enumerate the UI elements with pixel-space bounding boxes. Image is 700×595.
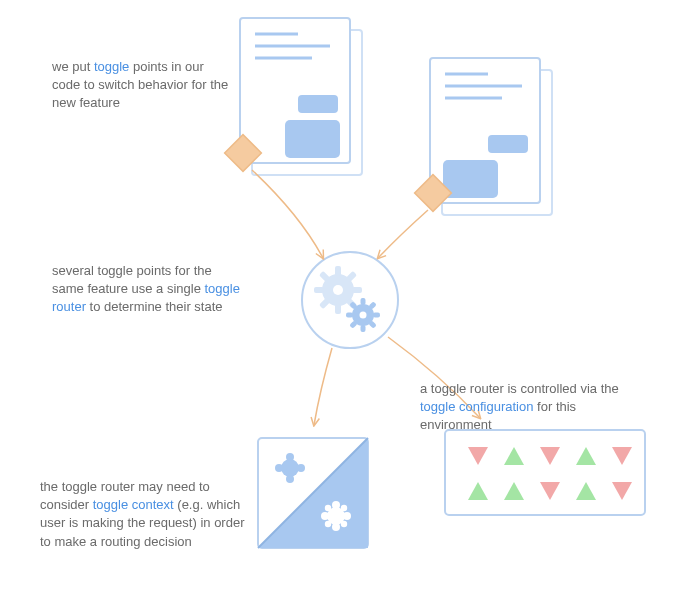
config-triangles-icon — [445, 430, 645, 515]
caption-toggle-configuration: a toggle router is controlled via the to… — [420, 380, 630, 435]
text-highlight: toggle context — [93, 497, 174, 512]
svg-point-52 — [341, 521, 347, 527]
svg-rect-31 — [373, 313, 380, 318]
svg-point-44 — [327, 507, 345, 525]
svg-rect-30 — [346, 313, 353, 318]
svg-point-47 — [321, 512, 329, 520]
toggle-point-diamond-icon — [225, 135, 262, 172]
svg-rect-23 — [319, 298, 330, 309]
svg-rect-53 — [445, 430, 645, 515]
text: several toggle points for the same featu… — [52, 263, 212, 296]
svg-point-48 — [343, 512, 351, 520]
svg-point-16 — [302, 252, 398, 348]
svg-rect-0 — [252, 30, 362, 175]
svg-rect-6 — [285, 120, 340, 158]
svg-rect-14 — [443, 160, 498, 198]
svg-rect-21 — [352, 287, 362, 293]
caption-toggle-points: we put toggle points in our code to swit… — [52, 58, 232, 113]
svg-point-43 — [297, 464, 305, 472]
svg-rect-22 — [346, 271, 357, 282]
text: we put — [52, 59, 94, 74]
svg-rect-33 — [349, 320, 357, 328]
svg-line-38 — [258, 438, 368, 548]
svg-point-40 — [286, 453, 294, 461]
text-highlight: toggle configuration — [420, 399, 533, 414]
caption-toggle-context: the toggle router may need to consider t… — [40, 478, 250, 551]
svg-rect-28 — [361, 298, 366, 305]
svg-point-27 — [352, 304, 374, 326]
svg-point-46 — [332, 523, 340, 531]
svg-point-42 — [275, 464, 283, 472]
svg-rect-35 — [368, 320, 376, 328]
svg-rect-8 — [442, 70, 552, 215]
svg-rect-18 — [335, 266, 341, 276]
svg-point-26 — [333, 285, 343, 295]
svg-rect-19 — [335, 304, 341, 314]
svg-rect-13 — [488, 135, 528, 153]
document-icon — [240, 18, 362, 175]
svg-point-45 — [332, 501, 340, 509]
gears-icon — [302, 252, 398, 348]
arrow — [378, 210, 428, 258]
svg-rect-9 — [430, 58, 540, 203]
svg-rect-25 — [346, 298, 357, 309]
svg-rect-37 — [258, 438, 368, 548]
arrow — [314, 348, 332, 425]
svg-point-17 — [322, 274, 354, 306]
svg-rect-32 — [368, 301, 376, 309]
svg-point-49 — [325, 505, 331, 511]
arrow — [252, 170, 323, 258]
document-icon — [430, 58, 552, 215]
text-highlight: toggle — [94, 59, 129, 74]
svg-point-36 — [360, 312, 367, 319]
svg-rect-29 — [361, 325, 366, 332]
toggle-point-diamond-icon — [415, 175, 452, 212]
svg-point-41 — [286, 475, 294, 483]
svg-rect-1 — [240, 18, 350, 163]
svg-point-51 — [325, 521, 331, 527]
svg-rect-24 — [319, 271, 330, 282]
svg-point-50 — [341, 505, 347, 511]
svg-rect-34 — [349, 301, 357, 309]
svg-rect-7 — [225, 135, 262, 172]
svg-point-39 — [281, 459, 299, 477]
svg-rect-20 — [314, 287, 324, 293]
svg-rect-5 — [298, 95, 338, 113]
text: a toggle router is controlled via the — [420, 381, 619, 396]
context-icon — [258, 438, 368, 548]
text: to determine their state — [86, 299, 223, 314]
caption-toggle-router: several toggle points for the same featu… — [52, 262, 242, 317]
svg-rect-15 — [415, 175, 452, 212]
